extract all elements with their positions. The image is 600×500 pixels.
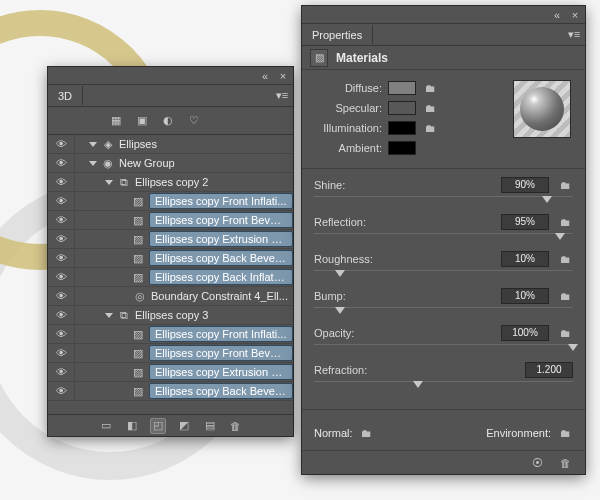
close-icon[interactable]: × (569, 10, 581, 20)
visibility-eye-icon[interactable]: 👁 (52, 195, 70, 207)
tree-row[interactable]: 👁▨Ellipses copy Extrusion M... (48, 230, 293, 249)
visibility-eye-icon[interactable]: 👁 (52, 385, 70, 397)
slider-thumb-bump[interactable] (335, 307, 345, 314)
value-shine[interactable]: 90% (501, 177, 549, 193)
tree-row[interactable]: 👁◉New Group (48, 154, 293, 173)
grid-icon[interactable]: ▦ (108, 113, 124, 129)
tree-item-label: Ellipses copy 3 (135, 309, 208, 321)
folder-icon[interactable]: 🖿 (557, 289, 573, 303)
tab-3d[interactable]: 3D (48, 86, 83, 105)
material-preview[interactable] (513, 80, 571, 138)
slider-thumb-refraction[interactable] (413, 381, 423, 388)
footer-icon-3[interactable]: ◰ (150, 418, 166, 434)
value-refraction[interactable]: 1.200 (525, 362, 573, 378)
swatch-specular[interactable] (388, 101, 416, 115)
footer-icon-1[interactable]: ▭ (98, 418, 114, 434)
visibility-eye-icon[interactable]: 👁 (52, 233, 70, 245)
slider-thumb-opacity[interactable] (568, 344, 578, 351)
mat-icon: ▨ (131, 346, 145, 360)
panel-3d-titlebar: « × (48, 67, 293, 85)
visibility-eye-icon[interactable]: 👁 (52, 347, 70, 359)
tree-row[interactable]: 👁▨Ellipses copy Front Inflati... (48, 192, 293, 211)
folder-icon[interactable]: 🖿 (557, 252, 573, 266)
tree-row[interactable]: 👁▨Ellipses copy Back Bevel ... (48, 249, 293, 268)
trash-icon[interactable]: 🗑 (557, 455, 573, 471)
value-roughness[interactable]: 10% (501, 251, 549, 267)
footer-icon-4[interactable]: ◩ (176, 418, 192, 434)
slider-track-reflection[interactable] (314, 233, 573, 243)
visibility-eye-icon[interactable]: 👁 (52, 271, 70, 283)
panel-menu-icon[interactable]: ▾≡ (273, 87, 291, 103)
collapse-icon[interactable]: « (551, 10, 563, 20)
material-swatches: Diffuse: 🖿 Specular: 🖿 Illumination: 🖿 A… (302, 70, 585, 164)
visibility-eye-icon[interactable]: 👁 (52, 328, 70, 340)
close-icon[interactable]: × (277, 71, 289, 81)
footer-icon-2[interactable]: ◧ (124, 418, 140, 434)
visibility-eye-icon[interactable]: 👁 (52, 176, 70, 188)
slider-thumb-roughness[interactable] (335, 270, 345, 277)
light-icon[interactable]: ♡ (186, 113, 202, 129)
panel-menu-icon[interactable]: ▾≡ (565, 26, 583, 42)
collapse-icon[interactable]: « (259, 71, 271, 81)
tree-row[interactable]: 👁◈Ellipses (48, 135, 293, 154)
folder-icon[interactable]: 🖿 (557, 178, 573, 192)
slider-track-roughness[interactable] (314, 270, 573, 280)
disclosure-triangle-icon[interactable] (89, 161, 97, 166)
value-opacity[interactable]: 100% (501, 325, 549, 341)
visibility-eye-icon[interactable]: 👁 (52, 366, 70, 378)
visibility-eye-icon[interactable]: 👁 (52, 290, 70, 302)
render-icon[interactable]: ▣ (134, 113, 150, 129)
tree-row[interactable]: 👁▨Ellipses copy Front Inflati... (48, 325, 293, 344)
mesh-icon: ⧉ (117, 175, 131, 189)
tree-item-label: Ellipses copy Extrusion M... (149, 364, 293, 380)
visibility-eye-icon[interactable]: 👁 (52, 138, 70, 150)
footer-new-icon[interactable]: ▤ (202, 418, 218, 434)
folder-icon[interactable]: 🖿 (359, 426, 375, 440)
tree-row[interactable]: 👁▨Ellipses copy Back Inflatio... (48, 268, 293, 287)
trash-icon[interactable]: 🗑 (228, 418, 244, 434)
tree-row[interactable]: 👁⧉Ellipses copy 3 (48, 306, 293, 325)
disclosure-triangle-icon[interactable] (89, 142, 97, 147)
value-bump[interactable]: 10% (501, 288, 549, 304)
folder-icon[interactable]: 🖿 (557, 326, 573, 340)
visibility-eye-icon[interactable]: 👁 (52, 252, 70, 264)
slider-track-opacity[interactable] (314, 344, 573, 354)
slider-thumb-reflection[interactable] (555, 233, 565, 240)
folder-icon[interactable]: 🖿 (422, 101, 438, 115)
folder-icon[interactable]: 🖿 (422, 121, 438, 135)
slider-refraction: Refraction:1.200 (314, 362, 573, 391)
tree-row[interactable]: 👁▨Ellipses copy Back Bevel ... (48, 382, 293, 401)
slider-thumb-shine[interactable] (542, 196, 552, 203)
visibility-eye-icon[interactable]: 👁 (52, 309, 70, 321)
slider-track-shine[interactable] (314, 196, 573, 206)
tree-item-label: New Group (119, 157, 175, 169)
panel-properties-footer: ⦿ 🗑 (302, 450, 585, 474)
swatch-diffuse[interactable] (388, 81, 416, 95)
visibility-eye-icon[interactable]: 👁 (52, 214, 70, 226)
reset-icon[interactable]: ⦿ (529, 455, 545, 471)
tree-item-label: Ellipses (119, 138, 157, 150)
tree-row[interactable]: 👁▨Ellipses copy Front Bevel ... (48, 344, 293, 363)
tree-row[interactable]: 👁◎Boundary Constraint 4_Ell... (48, 287, 293, 306)
layer-tree: 👁◈Ellipses👁◉New Group👁⧉Ellipses copy 2👁▨… (48, 135, 293, 401)
slider-track-refraction[interactable] (314, 381, 573, 391)
tree-row[interactable]: 👁⧉Ellipses copy 2 (48, 173, 293, 192)
folder-icon[interactable]: 🖿 (557, 426, 573, 440)
visibility-eye-icon[interactable]: 👁 (52, 157, 70, 169)
swatch-illumination[interactable] (388, 121, 416, 135)
disclosure-triangle-icon[interactable] (105, 180, 113, 185)
folder-icon[interactable]: 🖿 (557, 215, 573, 229)
value-reflection[interactable]: 95% (501, 214, 549, 230)
tab-properties[interactable]: Properties (302, 25, 373, 44)
disclosure-triangle-icon[interactable] (105, 313, 113, 318)
preview-sphere (520, 87, 564, 131)
camera-icon[interactable]: ◐ (160, 113, 176, 129)
slider-reflection: Reflection:95%🖿 (314, 214, 573, 243)
swatch-ambient[interactable] (388, 141, 416, 155)
tree-row[interactable]: 👁▨Ellipses copy Front Bevel ... (48, 211, 293, 230)
panel-3d-toolbar: ▦ ▣ ◐ ♡ (48, 107, 293, 135)
tree-row[interactable]: 👁▨Ellipses copy Extrusion M... (48, 363, 293, 382)
slider-track-bump[interactable] (314, 307, 573, 317)
folder-icon[interactable]: 🖿 (422, 81, 438, 95)
mat-icon: ▨ (131, 213, 145, 227)
